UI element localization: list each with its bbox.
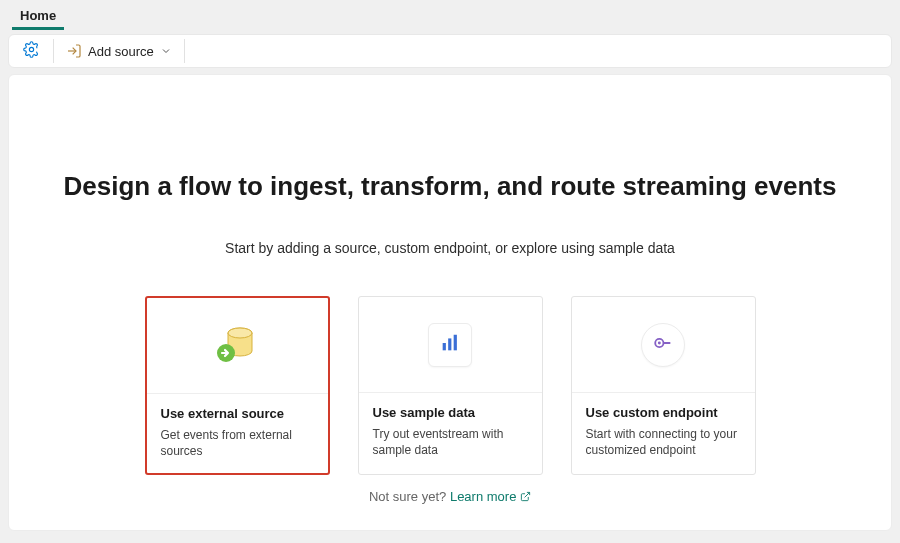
card-title: Use custom endpoint [586,405,741,420]
external-link-icon [520,489,531,504]
svg-rect-7 [454,334,457,350]
chevron-down-icon [160,45,172,57]
tab-strip: Home [0,0,900,30]
card-title: Use sample data [373,405,528,420]
svg-point-3 [228,328,252,338]
add-source-button[interactable]: Add source [62,43,176,59]
add-source-icon [66,43,82,59]
divider [184,39,185,63]
svg-rect-5 [443,343,446,350]
svg-point-10 [658,341,661,344]
footer-prefix: Not sure yet? [369,489,450,504]
page-title: Design a flow to ingest, transform, and … [9,171,891,202]
card-illustration [359,297,542,393]
endpoint-icon [652,332,674,358]
card-illustration [572,297,755,393]
cards-row: Use external source Get events from exte… [9,296,891,475]
bar-chart-icon [439,332,461,358]
divider [53,39,54,63]
card-description: Try out eventstream with sample data [373,426,528,458]
card-illustration [147,298,328,394]
add-source-label: Add source [88,44,154,59]
database-arrow-icon [210,317,264,375]
gear-icon [23,41,40,62]
card-sample-data[interactable]: Use sample data Try out eventstream with… [358,296,543,475]
page-subtitle: Start by adding a source, custom endpoin… [9,240,891,256]
card-description: Start with connecting to your customized… [586,426,741,458]
svg-point-0 [29,47,33,51]
svg-line-11 [525,493,530,498]
svg-rect-6 [448,338,451,350]
settings-button[interactable] [17,37,45,65]
card-title: Use external source [161,406,314,421]
footer-help: Not sure yet? Learn more [9,489,891,504]
main-content: Design a flow to ingest, transform, and … [8,74,892,531]
card-description: Get events from external sources [161,427,314,459]
toolbar: Add source [8,34,892,68]
tab-home[interactable]: Home [12,2,64,30]
card-custom-endpoint[interactable]: Use custom endpoint Start with connectin… [571,296,756,475]
card-external-source[interactable]: Use external source Get events from exte… [145,296,330,475]
learn-more-link[interactable]: Learn more [450,489,531,504]
